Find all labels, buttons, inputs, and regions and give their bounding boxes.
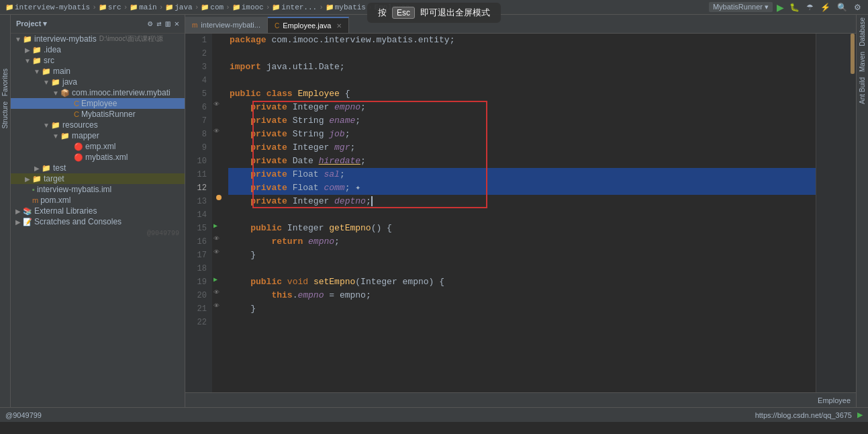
code-area[interactable]: package com.imooc.interview.mybatis.enti… [226,34,816,392]
line-num-2: 2 [185,47,207,60]
tree-runner-label: MybatisRunner [81,110,136,119]
status-play-icon[interactable]: ▶ [857,410,863,419]
tree-test[interactable]: ▶ 📁 test [11,163,185,173]
code-line-18 [228,262,816,275]
tree-arrow-java: ▼ [42,79,51,86]
tree-package[interactable]: ▼ 📦 com.imooc.interview.mybati [11,87,185,98]
folder-icon-resources: 📁 [51,121,60,130]
tree-arrow-scratches: ▶ [13,218,23,226]
favorites-label[interactable]: Favorites [1,69,9,96]
structure-label[interactable]: Structure [1,101,9,129]
line-num-10: 10 [185,155,207,168]
tree-scratches[interactable]: ▶ 📝 Scratches and Consoles [11,216,185,227]
run-button[interactable]: ▶ [777,2,784,13]
getter-arrow-15: ▶ [213,222,218,230]
tree-target[interactable]: ▶ 📁 target [11,173,185,184]
folder-icon-main-tree: 📁 [42,67,51,76]
gutter-icon-8: 👁 [213,128,220,135]
tree-arrow-package: ▼ [51,89,60,97]
code-line-13: private Integer deptno; [228,195,816,208]
tab-mybatis-label: interview-mybati... [201,21,260,29]
tab-mybatis[interactable]: m interview-mybati... [185,17,268,33]
code-line-8: private String job; [228,128,816,141]
gutter-icon-16: 👁 [213,235,220,243]
tree-external[interactable]: ▶ 📚 External Libraries [11,206,185,216]
line-num-13: 13 [185,195,207,208]
xml-icon-mybatis: 🔴 [74,153,83,162]
tree-main-label: main [53,67,70,76]
tree-idea[interactable]: ▶ 📁 .idea [11,44,185,55]
line-num-6: 6 [185,101,207,114]
getter-arrow-19: ▶ [213,275,218,284]
coverage-button[interactable]: ☂ [805,3,815,12]
maven-label[interactable]: Maven [859,52,866,72]
folder-icon-java: 📁 [165,3,173,11]
database-label[interactable]: Database [859,17,866,46]
folder-icon: 📁 [5,3,13,11]
tab-close-employee[interactable]: ✕ [336,22,342,30]
line-num-4: 4 [185,74,207,87]
tree-java-label: java [62,77,77,87]
folder-icon-src-tree: 📁 [32,56,42,65]
tree-employee[interactable]: C Employee [11,98,185,109]
bookmark-dot [216,195,222,200]
tree-idea-label: .idea [44,45,61,54]
tree-resources[interactable]: ▼ 📁 resources [11,120,185,130]
sidebar-sync-icon[interactable]: ⇄ [156,19,161,29]
sidebar-collapse-icon[interactable]: ▥ [166,19,171,29]
sidebar-close-icon[interactable]: ✕ [175,19,179,29]
debug-button[interactable]: 🐛 [788,3,801,12]
tree-mapper-label: mapper [72,131,99,140]
settings-button[interactable]: ⚙ [853,3,863,12]
tree-arrow-src: ▼ [23,57,32,64]
line-num-16: 16 [185,235,207,249]
line-numbers: 1 2 3 4 5 6 7 8 9 10 11 12 13 14 15 16 1… [185,34,212,392]
tree-arrow-target: ▶ [23,175,32,183]
folder-icon-root: 📁 [23,35,32,44]
search-button[interactable]: 🔍 [836,3,849,12]
gutter-icon-17: 👁 [213,249,220,256]
tree-arrow-external: ▶ [13,208,23,215]
editor-footer-filename: Employee [818,396,851,404]
top-bar: 📁 interview-mybatis › 📁 src › 📁 main › 📁… [0,0,868,15]
sidebar: Project ▾ ⚙ ⇄ ▥ ✕ ▼ 📁 interview-mybatis … [11,15,185,407]
tree-mapper[interactable]: ▼ 📁 mapper [11,130,185,141]
tree-target-label: target [44,174,64,183]
line-num-14: 14 [185,208,207,222]
tree-iml[interactable]: ▪ interview-mybatis.iml [11,184,185,195]
left-strip: Favorites Structure [0,15,11,407]
tree-main[interactable]: ▼ 📁 main [11,66,185,77]
main-layout: Favorites Structure Project ▾ ⚙ ⇄ ▥ ✕ ▼ … [0,15,868,407]
editor-footer: Employee [185,392,856,407]
right-panel: Database Maven Ant Build [856,15,868,407]
tab-employee[interactable]: C Employee.java ✕ [268,17,349,33]
code-line-16: return empno; [228,235,816,249]
tree-emp-xml[interactable]: 🔴 emp.xml [11,141,185,152]
ant-build-label[interactable]: Ant Build [859,77,866,104]
tab-icon-mybatis: m [192,21,197,29]
project-tree: ▼ 📁 interview-mybatis D:\imooc\面试课程\源 ▶ … [11,34,185,240]
minimap-highlight [851,34,855,74]
tree-arrow-main: ▼ [32,68,42,75]
code-line-20: this.empno = empno; [228,289,816,302]
tree-root[interactable]: ▼ 📁 interview-mybatis D:\imooc\面试课程\源 [11,34,185,44]
folder-icon-interview: 📁 [272,3,280,11]
profile-button[interactable]: ⚡ [819,3,832,12]
folder-icon-main: 📁 [130,3,138,11]
status-bar: @9049799 https://blog.csdn.net/qq_3675 ▶ [0,407,868,422]
sidebar-gear-icon[interactable]: ⚙ [148,19,152,29]
watermark: @9049799 [11,227,185,240]
editor-area: m interview-mybati... C Employee.java ✕ … [185,15,856,407]
tree-java[interactable]: ▼ 📁 java [11,77,185,87]
tree-mybatis-xml[interactable]: 🔴 mybatis.xml [11,152,185,163]
run-config-btn[interactable]: MybatisRunner ▾ [709,2,773,12]
tree-mybatisrunner[interactable]: C MybatisRunner [11,109,185,120]
folder-icon-mybatis: 📁 [326,3,334,11]
external-icon: 📚 [23,207,32,216]
tab-icon-employee: C [275,22,279,30]
tree-src[interactable]: ▼ 📁 src [11,55,185,66]
breadcrumb: 📁 interview-mybatis › 📁 src › 📁 main › 📁… [5,3,706,11]
folder-icon-package: 📦 [60,89,70,97]
code-line-21: } [228,302,816,316]
tree-pom[interactable]: m pom.xml [11,195,185,206]
